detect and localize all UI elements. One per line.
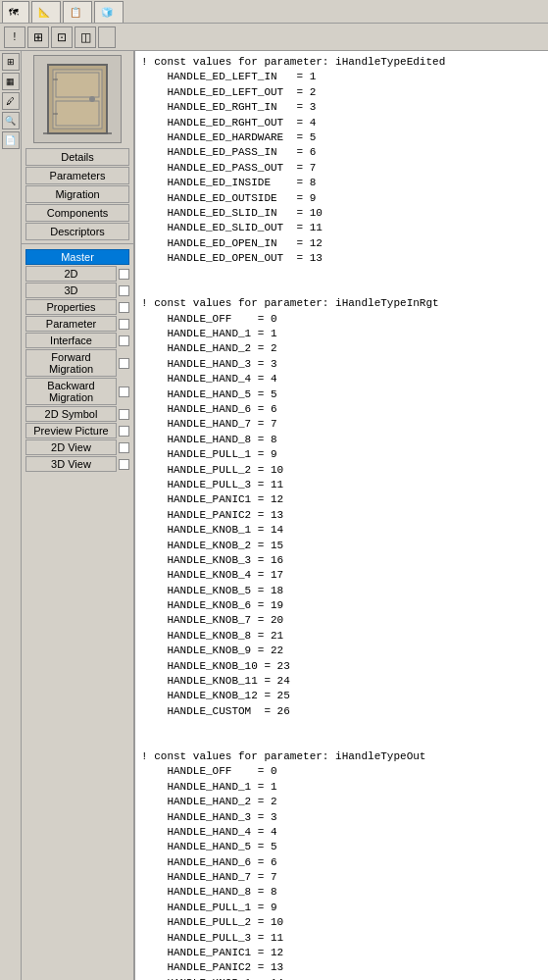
script-checkbox-2d-symbol[interactable] bbox=[119, 409, 129, 420]
script-label-interface[interactable]: Interface bbox=[25, 333, 117, 348]
script-label-forward-migration[interactable]: Forward Migration bbox=[25, 349, 117, 377]
svg-point-4 bbox=[89, 96, 95, 102]
script-checkbox-3d-view[interactable] bbox=[119, 459, 129, 470]
script-items: Master2D3DPropertiesParameterInterfaceFo… bbox=[22, 248, 133, 473]
script-checkbox-3d[interactable] bbox=[119, 285, 129, 296]
script-label-2d-symbol[interactable]: 2D Symbol bbox=[25, 406, 117, 422]
script-item-interface: Interface bbox=[25, 333, 129, 348]
script-checkbox-forward-migration[interactable] bbox=[119, 358, 129, 369]
menu-btn-details[interactable]: Details bbox=[25, 148, 129, 166]
script-checkbox-preview-picture[interactable] bbox=[119, 426, 129, 437]
script-label-3d[interactable]: 3D bbox=[25, 283, 117, 298]
menu-btn-migration[interactable]: Migration bbox=[25, 185, 129, 203]
sidebar-icon-1[interactable]: ⊞ bbox=[2, 53, 20, 71]
script-label-3d-view[interactable]: 3D View bbox=[25, 456, 117, 472]
tab-floor-plan[interactable]: 🗺 bbox=[2, 1, 29, 23]
menu-btn-parameters[interactable]: Parameters bbox=[25, 167, 129, 184]
script-item-backward-migration: Backward Migration bbox=[25, 378, 129, 405]
toolbar-btn-square[interactable]: ⊡ bbox=[51, 26, 73, 48]
script-item-properties: Properties bbox=[25, 299, 129, 315]
script-label-parameter[interactable]: Parameter bbox=[25, 316, 117, 332]
sidebar-icon-2[interactable]: ▦ bbox=[2, 73, 20, 90]
3d-icon: 🧊 bbox=[101, 7, 113, 18]
left-panel: DetailsParametersMigrationComponentsDesc… bbox=[22, 51, 134, 980]
menu-btn-descriptors[interactable]: Descriptors bbox=[25, 223, 129, 240]
script-item-2d-symbol: 2D Symbol bbox=[25, 406, 129, 422]
script-label-properties[interactable]: Properties bbox=[25, 299, 117, 315]
script-checkbox-2d-view[interactable] bbox=[119, 442, 129, 453]
script-checkbox-parameter[interactable] bbox=[119, 319, 129, 330]
code-editor[interactable]: ! const values for parameter: iHandleTyp… bbox=[134, 51, 548, 980]
script-checkbox-interface[interactable] bbox=[119, 335, 129, 346]
script-label-backward-migration[interactable]: Backward Migration bbox=[25, 378, 117, 405]
pocket-icon: 📐 bbox=[38, 7, 50, 18]
script-label-2d-view[interactable]: 2D View bbox=[25, 439, 117, 455]
sidebar-icon-5[interactable]: 📄 bbox=[2, 131, 20, 149]
floor-plan-icon: 🗺 bbox=[9, 7, 19, 18]
script-checkbox-backward-migration[interactable] bbox=[119, 387, 129, 397]
title-bar: 🗺 📐 📋 🧊 bbox=[0, 0, 548, 24]
toolbar-btn-exclaim[interactable]: ! bbox=[4, 26, 25, 48]
sidebar-icon-4[interactable]: 🔍 bbox=[2, 112, 20, 129]
door-preview-svg bbox=[38, 60, 117, 138]
tab-pocket[interactable]: 📐 bbox=[31, 1, 61, 23]
toolbar-btn-split[interactable]: ◫ bbox=[75, 26, 96, 48]
script-item-3d-view: 3D View bbox=[25, 456, 129, 472]
sidebar-icon-3[interactable]: 🖊 bbox=[2, 92, 20, 110]
script-checkbox-properties[interactable] bbox=[119, 302, 129, 313]
menu-btn-components[interactable]: Components bbox=[25, 204, 129, 222]
script-item-parameter: Parameter bbox=[25, 316, 129, 332]
script-item-3d: 3D bbox=[25, 283, 129, 298]
script-item-2d: 2D bbox=[25, 266, 129, 282]
menu-items: DetailsParametersMigrationComponentsDesc… bbox=[22, 147, 133, 241]
main-layout: ⊞ ▦ 🖊 🔍 📄 bbox=[0, 51, 548, 980]
script-item-master: Master bbox=[25, 249, 129, 265]
toolbar: ! ⊞ ⊡ ◫ bbox=[0, 24, 548, 51]
script-item-2d-view: 2D View bbox=[25, 439, 129, 455]
icon-sidebar: ⊞ ▦ 🖊 🔍 📄 bbox=[0, 51, 22, 980]
door-preview bbox=[33, 55, 122, 143]
script-item-preview-picture: Preview Picture bbox=[25, 423, 129, 438]
tab-shell[interactable]: 📋 bbox=[63, 1, 92, 23]
check-script-button[interactable] bbox=[98, 26, 116, 48]
script-label-2d[interactable]: 2D bbox=[25, 266, 117, 282]
toolbar-btn-grid[interactable]: ⊞ bbox=[27, 26, 49, 48]
script-label-preview-picture[interactable]: Preview Picture bbox=[25, 423, 117, 438]
script-label-master[interactable]: Master bbox=[25, 249, 129, 265]
tab-3d[interactable]: 🧊 bbox=[94, 1, 124, 23]
shell-icon: 📋 bbox=[70, 7, 81, 18]
script-checkbox-2d[interactable] bbox=[119, 269, 129, 280]
script-item-forward-migration: Forward Migration bbox=[25, 349, 129, 377]
